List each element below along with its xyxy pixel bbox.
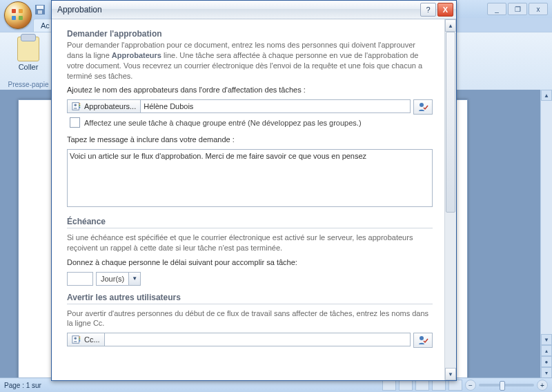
view-outline-button[interactable]	[432, 380, 446, 391]
svg-rect-1	[37, 6, 43, 9]
cc-button-label: Cc...	[84, 335, 100, 344]
window-close-button[interactable]: x	[529, 3, 548, 15]
address-book-icon	[72, 101, 81, 111]
zoom-out-button[interactable]: −	[465, 380, 476, 391]
message-label: Tapez le message à inclure dans votre de…	[67, 135, 433, 145]
svg-rect-2	[38, 10, 42, 14]
svg-rect-4	[79, 104, 81, 105]
check-names-button[interactable]	[413, 99, 433, 115]
cc-picker-button[interactable]: Cc...	[67, 333, 105, 346]
paste-button[interactable]: Coller	[1, 63, 55, 71]
address-book-icon	[72, 335, 81, 344]
minimize-button[interactable]: _	[487, 3, 506, 15]
dialog-close-button[interactable]: X	[437, 3, 453, 17]
browse-object-icon[interactable]: ●	[541, 356, 552, 367]
zoom-in-button[interactable]: +	[537, 380, 548, 391]
next-page-icon[interactable]: ▾	[541, 367, 552, 378]
message-textarea[interactable]	[67, 149, 433, 207]
office-button[interactable]	[4, 1, 32, 29]
approvers-label: Ajoutez le nom des approbateurs dans l'o…	[67, 85, 433, 95]
cc-input[interactable]	[105, 333, 411, 346]
duration-unit-value: Jour(s)	[97, 275, 128, 283]
view-print-layout-button[interactable]	[382, 380, 396, 391]
svg-point-8	[420, 103, 424, 107]
svg-rect-3	[72, 103, 79, 110]
svg-rect-10	[79, 337, 81, 338]
person-check-icon	[417, 335, 428, 346]
approval-dialog: Approbation ? X Demander l'approbation P…	[51, 0, 457, 381]
scroll-thumb[interactable]	[446, 32, 455, 213]
view-full-screen-button[interactable]	[399, 380, 413, 391]
zoom-slider[interactable]	[479, 384, 534, 386]
approvers-picker-button[interactable]: Approbateurs...	[67, 99, 141, 113]
single-task-checkbox[interactable]	[70, 117, 80, 128]
scroll-up-icon[interactable]: ▲	[541, 90, 552, 101]
section-notify-title: Avertir les autres utilisateurs	[67, 293, 433, 302]
section-notify-text: Pour avertir d'autres personnes du début…	[67, 308, 433, 329]
scroll-down-icon[interactable]: ▼	[445, 368, 456, 380]
clipboard-group-label: Presse-papie	[1, 81, 55, 88]
view-web-layout-button[interactable]	[415, 380, 429, 391]
dialog-title-bar[interactable]: Approbation ? X	[52, 1, 456, 19]
word-vertical-scrollbar[interactable]: ▲ ▼ ▴ ● ▾	[540, 90, 552, 378]
cc-check-names-button[interactable]	[413, 333, 433, 348]
section-deadline-text: Si une échéance est spécifiée et que le …	[67, 233, 433, 253]
approvers-input[interactable]	[141, 99, 411, 113]
svg-rect-5	[79, 105, 81, 106]
page-status: Page : 1 sur	[4, 382, 41, 389]
section-request-title: Demander l'approbation	[67, 29, 433, 39]
scroll-down-icon[interactable]: ▼	[541, 334, 552, 345]
person-check-icon	[417, 101, 428, 112]
svg-rect-11	[79, 339, 81, 340]
single-task-label: Affectez une seule tâche à chaque groupe…	[84, 119, 362, 127]
dialog-vertical-scrollbar[interactable]: ▲ ▼	[444, 19, 456, 380]
duration-input[interactable]	[67, 272, 93, 286]
dialog-title: Approbation	[57, 5, 419, 14]
svg-point-13	[75, 337, 77, 340]
approvers-button-label: Approbateurs...	[84, 102, 136, 110]
scroll-up-icon[interactable]: ▲	[445, 19, 456, 32]
svg-point-7	[75, 104, 77, 107]
svg-rect-6	[79, 107, 81, 108]
duration-label: Donnez à chaque personne le délai suivan…	[67, 257, 433, 268]
section-deadline-title: Échéance	[67, 217, 433, 226]
section-request-text: Pour demander l'approbation pour ce docu…	[67, 40, 433, 81]
view-draft-button[interactable]	[448, 380, 462, 391]
chevron-down-icon[interactable]: ▼	[128, 273, 140, 285]
quick-access-toolbar	[34, 3, 46, 17]
maximize-button[interactable]: ❐	[508, 3, 527, 15]
paste-icon[interactable]	[17, 37, 39, 61]
svg-point-14	[420, 336, 424, 340]
svg-rect-9	[72, 336, 79, 344]
duration-unit-combo[interactable]: Jour(s) ▼	[96, 272, 141, 286]
window-controls: _ ❐ x	[487, 3, 548, 15]
save-icon[interactable]	[34, 4, 46, 15]
dialog-help-button[interactable]: ?	[420, 3, 436, 17]
svg-rect-12	[79, 340, 81, 342]
prev-page-icon[interactable]: ▴	[541, 345, 552, 356]
